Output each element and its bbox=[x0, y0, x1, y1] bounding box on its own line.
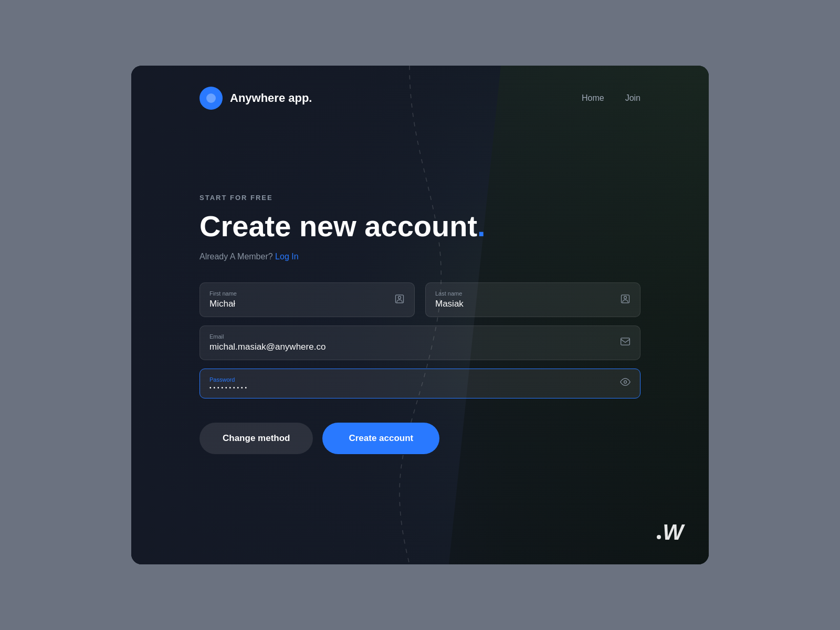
password-label: Password bbox=[209, 376, 614, 383]
name-row: First name Michał Last name Masiak bbox=[200, 282, 640, 317]
last-name-value: Masiak bbox=[435, 299, 614, 309]
member-prompt-text: Already A Member? bbox=[200, 252, 273, 261]
headline: Create new account. bbox=[200, 210, 640, 243]
start-label: START FOR FREE bbox=[200, 194, 640, 202]
create-account-button[interactable]: Create account bbox=[322, 423, 439, 454]
first-name-value: Michał bbox=[209, 299, 388, 309]
email-label: Email bbox=[209, 333, 614, 340]
aw-logo-area: W bbox=[657, 521, 682, 543]
main-content: START FOR FREE Create new account. Alrea… bbox=[200, 125, 640, 564]
svg-point-5 bbox=[624, 381, 627, 383]
password-row: Password •••••••••• bbox=[200, 369, 640, 398]
logo-circle-inner bbox=[206, 93, 216, 103]
first-name-label: First name bbox=[209, 290, 388, 297]
aw-letters: W bbox=[663, 521, 682, 543]
eye-icon[interactable] bbox=[620, 377, 631, 390]
person-icon-2 bbox=[620, 293, 631, 306]
email-value: michal.masiak@anywhere.co bbox=[209, 342, 614, 352]
password-value: •••••••••• bbox=[209, 385, 614, 391]
headline-text: Create new account bbox=[200, 209, 477, 243]
change-method-button[interactable]: Change method bbox=[200, 423, 313, 454]
header: Anywhere app. Home Join bbox=[200, 66, 640, 125]
first-name-field[interactable]: First name Michał bbox=[200, 282, 415, 317]
headline-dot: . bbox=[477, 209, 486, 243]
aw-logo: W bbox=[657, 521, 682, 543]
app-name: Anywhere app. bbox=[230, 91, 312, 105]
nav-home[interactable]: Home bbox=[582, 93, 604, 103]
email-field[interactable]: Email michal.masiak@anywhere.co bbox=[200, 326, 640, 360]
svg-rect-4 bbox=[621, 338, 630, 345]
password-field[interactable]: Password •••••••••• bbox=[200, 369, 640, 398]
svg-point-3 bbox=[624, 296, 627, 299]
member-prompt-area: Already A Member? Log In bbox=[200, 252, 640, 261]
content-area: Anywhere app. Home Join START FOR FREE C… bbox=[131, 66, 709, 564]
svg-point-1 bbox=[398, 296, 401, 299]
email-row: Email michal.masiak@anywhere.co bbox=[200, 326, 640, 360]
login-link[interactable]: Log In bbox=[275, 252, 298, 261]
buttons-row: Change method Create account bbox=[200, 423, 640, 454]
person-icon bbox=[394, 293, 405, 306]
logo-area: Anywhere app. bbox=[200, 87, 312, 110]
email-icon bbox=[620, 336, 631, 349]
last-name-label: Last name bbox=[435, 290, 614, 297]
nav-join[interactable]: Join bbox=[625, 93, 640, 103]
aw-dot bbox=[657, 535, 661, 539]
logo-icon bbox=[200, 87, 223, 110]
main-card: Anywhere app. Home Join START FOR FREE C… bbox=[131, 66, 709, 564]
last-name-field[interactable]: Last name Masiak bbox=[425, 282, 640, 317]
